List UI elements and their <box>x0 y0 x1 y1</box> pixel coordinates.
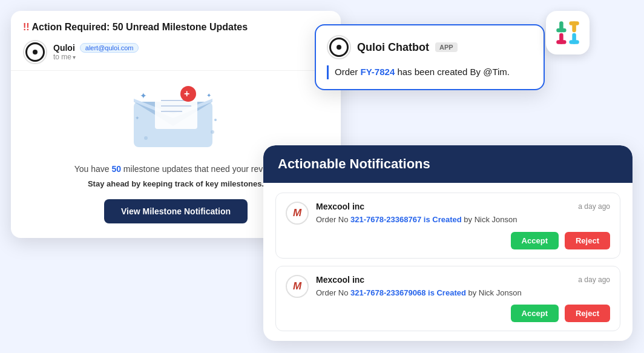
order-suffix-2: by Nick Jonson <box>466 288 522 297</box>
notif-company-2: Mexcool inc <box>316 275 364 285</box>
svg-text:✦: ✦ <box>206 92 211 99</box>
notification-row: M Mexcool inc a day ago Order No 321-767… <box>275 193 620 259</box>
notif-actions-2: Accept Reject <box>316 305 610 322</box>
svg-point-12 <box>144 136 148 140</box>
notification-row-2: M Mexcool inc a day ago Order No 321-767… <box>275 266 620 332</box>
view-milestone-button[interactable]: View Milestone Notification <box>104 199 248 223</box>
sender-name-row: Quloi alert@quloi.com <box>53 43 306 53</box>
m-letter-2: M <box>293 280 301 292</box>
chatbot-card: Quloi Chatbot APP Order FY-7824 has been… <box>315 24 545 90</box>
notif-header-row-1: Mexcool inc a day ago <box>316 202 610 211</box>
notif-company-1: Mexcool inc <box>316 202 364 211</box>
actionable-header: Actionable Notifications <box>263 145 632 183</box>
chatbot-avatar <box>327 35 351 59</box>
notif-time-1: a day ago <box>578 202 610 211</box>
notif-time-2: a day ago <box>578 275 610 284</box>
chatbot-header: Quloi Chatbot APP <box>327 35 533 59</box>
accept-button-1[interactable]: Accept <box>511 232 559 249</box>
svg-point-13 <box>211 130 214 134</box>
notif-text-1: Order No 321-7678-23368767 is Created by… <box>316 214 610 226</box>
order-number-1[interactable]: 321-7678-23368767 is Created <box>350 215 462 224</box>
sender-email-badge: alert@quloi.com <box>80 43 139 53</box>
actionable-body: M Mexcool inc a day ago Order No 321-767… <box>263 183 632 341</box>
svg-rect-20 <box>556 40 566 44</box>
chatbot-message: Order FY-7824 has been created By @Tim. <box>327 65 533 79</box>
slack-icon-container <box>546 11 590 54</box>
slack-icon <box>554 19 581 46</box>
notif-text-2: Order No 321-7678-233679068 is Created b… <box>316 287 610 299</box>
reject-button-2[interactable]: Reject <box>565 305 610 322</box>
notif-top-1: M Mexcool inc a day ago Order No 321-767… <box>286 202 610 249</box>
to-me-text: to me <box>53 53 71 61</box>
chevron-down-icon: ▾ <box>73 54 76 61</box>
to-me-label[interactable]: to me ▾ <box>53 53 306 61</box>
mexcool-avatar-2: M <box>286 275 309 298</box>
svg-text:+: + <box>184 88 189 99</box>
sender-name: Quloi <box>53 43 75 53</box>
svg-rect-22 <box>569 40 579 44</box>
svg-point-14 <box>214 119 217 121</box>
order-suffix-1: by Nick Jonson <box>462 215 518 224</box>
notif-top-2: M Mexcool inc a day ago Order No 321-767… <box>286 275 610 323</box>
exclamation-mark: !! <box>23 22 30 32</box>
reject-button-1[interactable]: Reject <box>565 232 610 249</box>
svg-text:✦: ✦ <box>135 115 140 121</box>
order-number-2[interactable]: 321-7678-233679068 is Created <box>350 288 466 297</box>
message-suffix: has been created By @Tim. <box>395 67 510 77</box>
accept-button-2[interactable]: Accept <box>511 305 559 322</box>
quloi-logo <box>25 42 45 62</box>
m-letter-1: M <box>293 207 301 219</box>
notif-content-1: Mexcool inc a day ago Order No 321-7678-… <box>316 202 610 249</box>
body-prefix: You have <box>74 164 112 174</box>
chatbot-logo <box>329 38 349 57</box>
order-id-link[interactable]: FY-7824 <box>361 67 395 77</box>
email-subject: !! Action Required: 50 Unread Milestone … <box>23 22 329 33</box>
mexcool-avatar-1: M <box>286 202 309 225</box>
chatbot-name: Quloi Chatbot <box>357 41 429 54</box>
order-prefix-2: Order No <box>316 288 350 297</box>
order-prefix-1: Order No <box>316 215 350 224</box>
notif-header-row-2: Mexcool inc a day ago <box>316 275 610 285</box>
quloi-avatar <box>23 40 47 64</box>
milestone-count: 50 <box>111 164 121 174</box>
sender-info: Quloi alert@quloi.com to me ▾ <box>53 43 306 61</box>
body-suffix: milestone updates that need your review. <box>121 164 277 174</box>
svg-text:✦: ✦ <box>140 91 147 101</box>
email-header: !! Action Required: 50 Unread Milestone … <box>11 11 341 71</box>
svg-rect-18 <box>569 21 579 25</box>
notif-actions-1: Accept Reject <box>316 232 610 249</box>
actionable-notifications-card: Actionable Notifications M Mexcool inc a… <box>263 145 632 341</box>
svg-rect-16 <box>556 28 566 33</box>
email-from-row: Quloi alert@quloi.com to me ▾ ⋮ <box>23 40 329 64</box>
actionable-title: Actionable Notifications <box>278 156 618 172</box>
subject-text: Action Required: 50 Unread Milestone Upd… <box>32 22 248 32</box>
notif-content-2: Mexcool inc a day ago Order No 321-7678-… <box>316 275 610 323</box>
app-badge: APP <box>435 42 458 52</box>
envelope-illustration: ✦ ✦ ✦ + <box>122 81 231 153</box>
message-prefix: Order <box>335 67 361 77</box>
